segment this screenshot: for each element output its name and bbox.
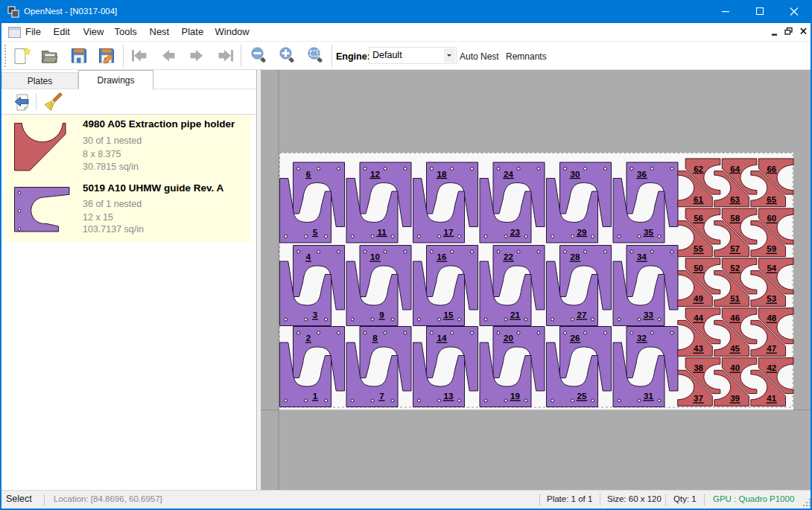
svg-text:41: 41 (767, 394, 776, 403)
svg-text:34: 34 (637, 252, 647, 261)
svg-text:21: 21 (510, 310, 520, 319)
svg-text:36: 36 (637, 170, 647, 179)
svg-text:27: 27 (577, 310, 587, 319)
svg-text:43: 43 (694, 344, 703, 353)
svg-text:55: 55 (694, 244, 703, 253)
svg-text:66: 66 (767, 165, 776, 173)
svg-text:30: 30 (571, 170, 580, 179)
svg-text:46: 46 (730, 313, 740, 322)
svg-text:8: 8 (372, 334, 378, 342)
svg-text:12: 12 (370, 170, 380, 179)
svg-text:20: 20 (504, 334, 513, 342)
svg-text:17: 17 (444, 228, 454, 237)
svg-text:4: 4 (306, 252, 311, 261)
svg-text:2: 2 (306, 334, 311, 342)
svg-text:32: 32 (637, 334, 647, 342)
svg-text:33: 33 (644, 310, 653, 319)
svg-text:24: 24 (504, 170, 513, 179)
svg-text:64: 64 (730, 165, 740, 173)
svg-text:11: 11 (377, 228, 387, 237)
svg-text:31: 31 (644, 392, 653, 401)
svg-text:10: 10 (370, 252, 380, 261)
svg-text:60: 60 (767, 214, 776, 223)
svg-text:25: 25 (577, 392, 587, 401)
svg-text:16: 16 (437, 252, 447, 261)
svg-text:57: 57 (730, 244, 740, 253)
svg-text:28: 28 (571, 252, 580, 261)
svg-text:54: 54 (767, 264, 776, 272)
svg-text:62: 62 (694, 165, 703, 173)
svg-text:18: 18 (437, 170, 447, 179)
svg-text:39: 39 (730, 394, 740, 403)
svg-text:15: 15 (444, 310, 454, 319)
svg-text:48: 48 (767, 313, 776, 322)
svg-text:38: 38 (694, 363, 703, 372)
svg-text:22: 22 (504, 252, 513, 261)
svg-text:23: 23 (510, 228, 520, 237)
svg-text:61: 61 (694, 195, 703, 204)
svg-text:9: 9 (379, 310, 384, 319)
svg-text:42: 42 (767, 363, 776, 372)
svg-text:65: 65 (767, 195, 776, 204)
svg-text:40: 40 (730, 363, 740, 372)
svg-text:45: 45 (730, 344, 740, 353)
svg-text:51: 51 (730, 294, 740, 303)
svg-text:5: 5 (313, 228, 318, 237)
svg-text:53: 53 (767, 294, 776, 303)
svg-text:14: 14 (437, 334, 447, 342)
svg-text:3: 3 (313, 310, 317, 319)
svg-text:59: 59 (767, 244, 776, 253)
svg-text:50: 50 (694, 264, 703, 272)
svg-text:29: 29 (577, 228, 587, 237)
svg-text:47: 47 (767, 344, 776, 353)
svg-text:19: 19 (510, 392, 520, 401)
svg-text:35: 35 (644, 228, 653, 237)
svg-text:58: 58 (730, 214, 740, 223)
svg-text:26: 26 (571, 334, 580, 342)
svg-text:63: 63 (730, 195, 740, 204)
svg-text:7: 7 (379, 392, 384, 401)
svg-text:37: 37 (694, 394, 703, 403)
svg-text:6: 6 (306, 170, 311, 179)
svg-text:52: 52 (730, 264, 740, 272)
svg-text:13: 13 (444, 392, 454, 401)
svg-text:1: 1 (313, 392, 318, 401)
svg-text:49: 49 (694, 294, 703, 303)
svg-text:56: 56 (694, 214, 703, 223)
svg-text:44: 44 (694, 313, 703, 322)
